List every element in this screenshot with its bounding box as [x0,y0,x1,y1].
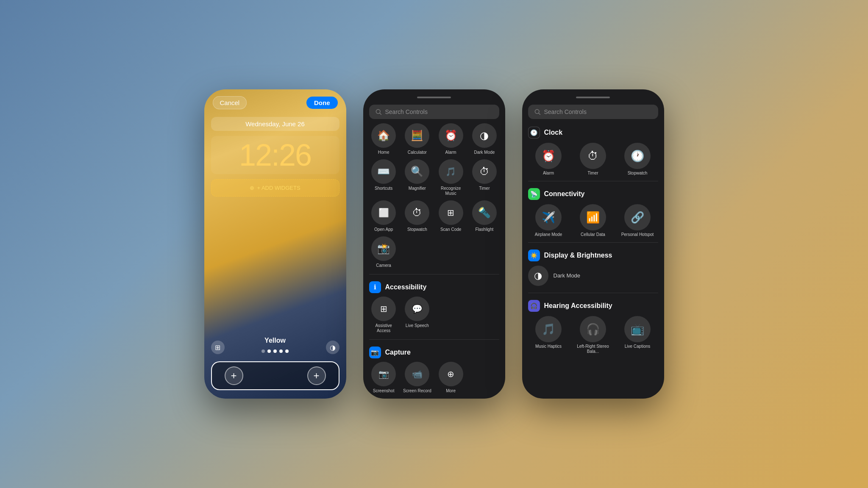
connectivity-section: 📡 Connectivity ✈️ Airplane Mode 📶 Cellul… [528,185,658,239]
dot-2[interactable] [267,349,271,353]
phone-lockscreen-editor: Cancel Done Wednesday, June 26 12:26 ⊕ +… [204,89,346,399]
control-timer[interactable]: ⏱ Timer [470,159,499,196]
add-left-button[interactable]: + [225,366,243,385]
clock-section: 🕐 Clock ⏰ Alarm ⏱ Timer 🕐 Stopwatch [528,123,658,177]
hearing-section-icon: 🎧 [528,300,540,312]
hearing-grid: 🎵 Music Haptics 🎧 Left-Right Stereo Bala… [528,314,658,356]
display-section-header[interactable]: ☀️ Display & Brightness [528,246,658,264]
display-section-title: Display & Brightness [544,252,612,259]
control-scan-code[interactable]: ⊞ Scan Code [436,200,465,232]
calculator-icon: 🧮 [405,123,429,148]
alarm-icon: ⏰ [439,123,463,148]
done-button[interactable]: Done [306,97,338,109]
more-icon: ⊕ [439,362,463,386]
stopwatch-icon: ⏱ [405,200,429,225]
control-home[interactable]: 🏠 Home [369,123,398,155]
cat-stereo-icon: 🎧 [580,316,606,342]
home-icon: 🏠 [371,123,396,148]
categories-scroll[interactable]: 🕐 Clock ⏰ Alarm ⏱ Timer 🕐 Stopwatch [522,123,664,399]
layers-icon[interactable]: ⊞ [211,341,225,354]
dark-mode-row: ◑ Dark Mode [528,264,658,289]
control-camera[interactable]: 📸 Camera [369,236,398,268]
cat-stereo-balance[interactable]: 🎧 Left-Right Stereo Bala... [573,316,614,354]
divider-clock [528,181,658,181]
dot-1[interactable] [262,349,265,353]
control-recognize-music[interactable]: 🎵 Recognize Music [436,159,465,196]
hearing-section-header[interactable]: 🎧 Hearing Accessibility [528,297,658,314]
clock-grid: ⏰ Alarm ⏱ Timer 🕐 Stopwatch [528,141,658,177]
dot-4[interactable] [279,349,283,353]
cat-dark-mode[interactable]: ◑ Dark Mode [528,266,658,286]
add-widgets-button[interactable]: ⊕ + ADD WIDGETS [211,179,339,197]
flashlight-icon: 🔦 [472,200,497,225]
cat-music-haptics-icon: 🎵 [535,316,562,342]
search-icon [375,108,382,115]
cat-hotspot-icon: 🔗 [624,204,651,230]
control-open-app[interactable]: ⬜ Open App [369,200,398,232]
control-flashlight[interactable]: 🔦 Flashlight [470,200,499,232]
dot-5[interactable] [285,349,289,353]
cancel-button[interactable]: Cancel [213,96,247,109]
timer-icon: ⏱ [472,159,497,184]
cat-alarm-icon: ⏰ [535,143,562,169]
lock-date: Wednesday, June 26 [211,117,339,131]
notch-bar-3 [576,97,610,98]
accessibility-section-header[interactable]: ℹ Accessibility [369,278,499,297]
cat-personal-hotspot[interactable]: 🔗 Personal Hotspot [617,204,658,237]
capture-section-title: Capture [385,349,411,356]
top-notch [363,89,505,102]
shortcuts-icon: ⌨️ [371,159,396,184]
control-screenshot[interactable]: 📷 Screenshot [369,362,398,394]
accessibility-section-icon: ℹ [369,281,381,293]
search-icon-3 [534,108,541,115]
svg-line-1 [380,113,381,114]
controls-scroll[interactable]: 🏠 Home 🧮 Calculator ⏰ Alarm ◑ Dark Mode [363,123,505,399]
cat-live-captions-icon: 📺 [624,316,651,342]
assistive-access-icon: ⊞ [371,297,396,321]
control-assistive-access[interactable]: ⊞ Assistive Access [369,297,398,333]
invert-icon[interactable]: ◑ [326,341,339,354]
cat-timer-icon: ⏱ [580,143,606,169]
control-dark-mode[interactable]: ◑ Dark Mode [470,123,499,155]
dark-mode-icon: ◑ [472,123,497,148]
lock-time: 12:26 [211,136,339,174]
phone-search-controls-categorized: Search Controls 🕐 Clock ⏰ Alarm ⏱ Timer [522,89,664,399]
scan-code-icon: ⊞ [439,200,463,225]
cat-cellular-data[interactable]: 📶 Cellular Data [573,204,614,237]
svg-point-2 [535,109,539,114]
dot-3[interactable] [273,349,277,353]
control-alarm[interactable]: ⏰ Alarm [436,123,465,155]
control-shortcuts[interactable]: ⌨️ Shortcuts [369,159,398,196]
search-placeholder-3: Search Controls [544,108,587,115]
cat-airplane-mode[interactable]: ✈️ Airplane Mode [528,204,569,237]
divider-connectivity [528,242,658,243]
add-buttons-row: + + [211,361,339,390]
cat-alarm[interactable]: ⏰ Alarm [528,143,569,176]
search-bar[interactable]: Search Controls [369,105,499,119]
divider-display [528,293,658,293]
control-calculator[interactable]: 🧮 Calculator [403,123,432,155]
control-more[interactable]: ⊕ More [436,362,465,394]
control-live-speech[interactable]: 💬 Live Speech [403,297,432,333]
clock-section-icon: 🕐 [528,127,540,139]
cat-live-captions[interactable]: 📺 Live Captions [617,316,658,354]
search-bar-3[interactable]: Search Controls [528,105,658,119]
clock-section-header[interactable]: 🕐 Clock [528,123,658,141]
clock-section-title: Clock [544,129,563,136]
capture-section-icon: 📷 [369,347,381,358]
control-stopwatch[interactable]: ⏱ Stopwatch [403,200,432,232]
connectivity-section-header[interactable]: 📡 Connectivity [528,185,658,202]
top-notch-3 [522,89,664,102]
display-section-icon: ☀️ [528,250,540,261]
cat-music-haptics[interactable]: 🎵 Music Haptics [528,316,569,354]
capture-section-header[interactable]: 📷 Capture [369,343,499,362]
cat-stopwatch[interactable]: 🕐 Stopwatch [617,143,658,176]
control-magnifier[interactable]: 🔍 Magnifier [403,159,432,196]
connectivity-section-title: Connectivity [544,190,585,198]
control-screen-record[interactable]: 📹 Screen Record [403,362,432,394]
cat-cellular-icon: 📶 [580,204,606,230]
add-right-button[interactable]: + [307,366,326,385]
cat-dark-mode-icon: ◑ [528,266,548,286]
cat-timer[interactable]: ⏱ Timer [573,143,614,176]
accessibility-grid: ⊞ Assistive Access 💬 Live Speech [369,297,499,333]
